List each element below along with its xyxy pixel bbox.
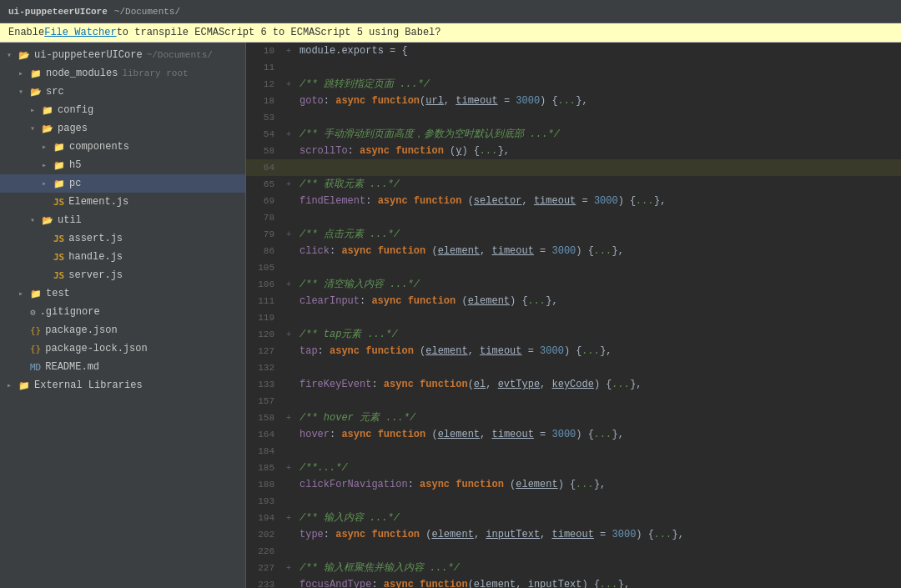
file-icon: 📁 [53,160,65,171]
fold-button[interactable]: + [281,330,296,339]
editor[interactable]: 10+module.exports = {1112+/** 跳转到指定页面 ..… [246,43,901,588]
fold-button[interactable]: + [281,130,296,139]
sidebar-label: src [46,86,64,98]
code-content: /** 清空输入内容 ...*/ [296,276,901,293]
notification-suffix: to transpile ECMAScript 6 to ECMAScript … [117,27,441,38]
arrow-icon: ▾ [30,123,42,133]
sidebar-item-pc[interactable]: ▸📁pc [0,174,245,193]
sidebar-item-node_modules[interactable]: ▸📁node_moduleslibrary root [0,64,245,83]
arrow-icon: ▸ [18,289,30,299]
sidebar-item-Element.js[interactable]: JSElement.js [0,193,245,211]
file-icon: 📁 [53,142,65,153]
line-number: 106 [246,279,281,289]
code-content: scrollTo: async function (y) {...}, [296,143,901,159]
fold-button[interactable]: + [281,280,296,289]
code-content: clearInput: async function (element) {..… [296,293,901,309]
fold-button[interactable]: + [281,230,296,239]
line-number: 78 [246,213,281,223]
code-content: /** 输入内容 ...*/ [296,510,901,526]
file-icon: ⚙ [30,307,36,318]
file-icon: 📁 [30,289,42,299]
code-line: 132 [246,359,901,376]
code-content: findElement: async function (selector, t… [296,193,901,209]
sidebar-item-assert.js[interactable]: JSassert.js [0,229,245,248]
line-number: 119 [246,313,281,323]
main-layout: ▾📂ui-puppeteerUICore~/Documents/▸📁node_m… [0,43,901,588]
sidebar-item-h5[interactable]: ▸📁h5 [0,156,245,174]
code-line: 86click: async function (element, timeou… [246,243,901,259]
code-line: 105 [246,259,901,276]
fold-button[interactable]: + [281,80,296,89]
fold-button[interactable]: + [281,414,296,423]
sidebar-item-root[interactable]: ▾📂ui-puppeteerUICore~/Documents/ [0,46,245,64]
file-icon: 📁 [42,105,53,116]
line-number: 188 [246,480,281,490]
code-line: 227+/** 输入框聚焦并输入内容 ...*/ [246,560,901,576]
line-number: 194 [246,513,281,523]
fold-button[interactable]: + [281,180,296,189]
sidebar-label: package.json [45,324,117,336]
line-number: 54 [246,129,281,139]
arrow-icon: ▸ [18,68,30,78]
sidebar-label: test [46,288,70,299]
file-icon: 📂 [18,50,30,61]
sidebar-label: ui-puppeteerUICore [34,49,143,61]
code-content: module.exports = { [296,43,901,59]
sidebar-item-handle.js[interactable]: JShandle.js [0,248,245,266]
sidebar-item-README.md[interactable]: MDREADME.md [0,358,245,376]
sidebar-label: pages [58,123,88,134]
fold-button[interactable]: + [281,47,296,56]
sidebar-label: .gitignore [40,306,100,318]
notification-bar: Enable File Watcher to transpile ECMAScr… [0,23,901,43]
code-line: 106+/** 清空输入内容 ...*/ [246,276,901,293]
line-number: 158 [246,413,281,423]
sidebar-item-ExternalLibraries[interactable]: ▸📁External Libraries [0,376,245,395]
code-area: 10+module.exports = {1112+/** 跳转到指定页面 ..… [246,43,901,588]
fold-button[interactable]: + [281,564,296,573]
file-watcher-link[interactable]: File Watcher [44,27,116,38]
sidebar-item-test[interactable]: ▸📁test [0,284,245,303]
file-icon: 📁 [53,178,65,189]
sidebar-item-config[interactable]: ▸📁config [0,101,245,119]
code-line: 185+/**...*/ [246,460,901,476]
code-line: 188clickForNavigation: async function (e… [246,476,901,493]
sidebar-item-util[interactable]: ▾📂util [0,211,245,229]
line-number: 132 [246,363,281,373]
sidebar-item-.gitignore[interactable]: ⚙.gitignore [0,303,245,321]
code-content: type: async function (element, inputText… [296,526,901,543]
fold-button[interactable]: + [281,464,296,473]
code-content: /** 跳转到指定页面 ...*/ [296,76,901,93]
code-line: 69findElement: async function (selector,… [246,193,901,209]
code-content: clickForNavigation: async function (elem… [296,476,901,493]
sidebar-label: README.md [45,361,99,373]
line-number: 65 [246,179,281,189]
line-number: 79 [246,229,281,239]
sidebar-item-package.json[interactable]: {}package.json [0,321,245,339]
code-content: /** 获取元素 ...*/ [296,176,901,193]
line-number: 64 [246,163,281,173]
sidebar-item-src[interactable]: ▾📂src [0,83,245,101]
sidebar-item-package-lock.json[interactable]: {}package-lock.json [0,339,245,358]
sidebar-label: External Libraries [34,379,143,391]
code-line: 64 [246,159,901,176]
sidebar-label: Element.js [68,196,128,208]
code-line: 133fireKeyEvent: async function(el, evtT… [246,376,901,393]
sidebar: ▾📂ui-puppeteerUICore~/Documents/▸📁node_m… [0,43,246,588]
file-icon: JS [53,197,64,208]
sidebar-item-components[interactable]: ▸📁components [0,138,245,156]
line-number: 58 [246,146,281,156]
code-line: 194+/** 输入内容 ...*/ [246,510,901,526]
line-number: 127 [246,346,281,356]
sidebar-item-pages[interactable]: ▾📂pages [0,119,245,138]
line-number: 233 [246,580,281,588]
code-line: 18goto: async function(url, timeout = 30… [246,93,901,109]
file-icon: {} [30,325,41,336]
code-line: 12+/** 跳转到指定页面 ...*/ [246,76,901,93]
line-number: 53 [246,113,281,123]
arrow-icon: ▸ [30,105,42,115]
line-number: 105 [246,263,281,273]
code-line: 158+/** hover 元素 ...*/ [246,410,901,426]
sidebar-item-server.js[interactable]: JSserver.js [0,266,245,284]
code-content: /** hover 元素 ...*/ [296,410,901,426]
fold-button[interactable]: + [281,514,296,523]
